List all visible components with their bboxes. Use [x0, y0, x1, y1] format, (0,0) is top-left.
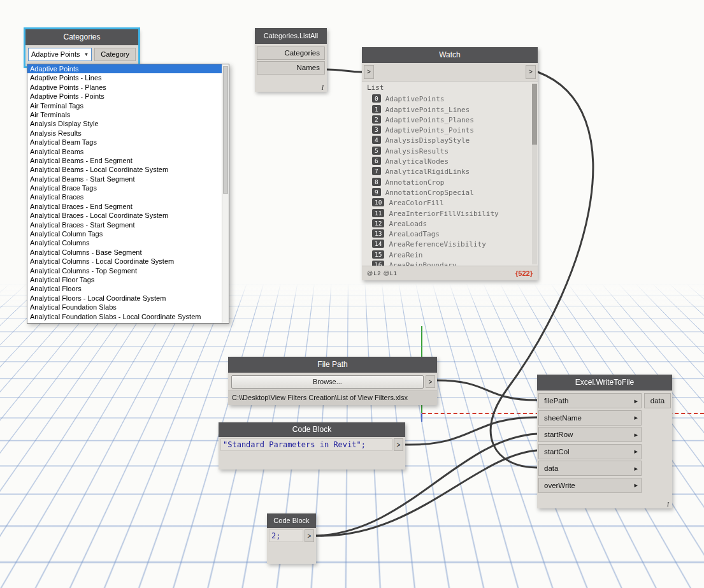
dropdown-option[interactable]: Adaptive Points - Planes [27, 83, 222, 92]
category-dropdown[interactable]: Adaptive Points ▼ [28, 48, 92, 61]
wire-names-to-watch[interactable] [326, 69, 363, 72]
scrollbar-thumb[interactable] [223, 66, 228, 194]
dropdown-option[interactable]: Adaptive Points - Lines [27, 73, 222, 82]
dropdown-option[interactable]: Analytical Foundation Slabs [27, 303, 222, 312]
dropdown-option[interactable]: Analytical Floor Tags [27, 275, 222, 284]
category-dropdown-popup: Adaptive PointsAdaptive Points - LinesAd… [27, 64, 229, 324]
input-port-data[interactable]: data▸ [538, 461, 642, 476]
port-label: sheetName [544, 414, 582, 422]
item-value: AdaptivePoints_Planes [385, 116, 474, 124]
node-categories-listall[interactable]: Categories.ListAll CategoriesNames I [255, 28, 327, 92]
node-title[interactable]: Categories.ListAll [255, 28, 327, 44]
output-port-data[interactable]: data [644, 393, 671, 408]
node-title[interactable]: Code Block [219, 422, 405, 437]
watch-output-port[interactable]: > [526, 65, 536, 79]
node-code-block-text[interactable]: Code Block "Standard Parameters in Revit… [219, 422, 405, 470]
item-value: AnnotationCrop [385, 178, 445, 187]
item-value: AnalysisResults [385, 147, 449, 155]
dynamo-workspace[interactable]: Categories Adaptive Points ▼ Category Ad… [0, 0, 704, 588]
code-block-editor[interactable]: "Standard Parameters in Revit"; [220, 438, 392, 451]
code-block-editor[interactable]: 2; [269, 529, 303, 542]
category-dropdown-list: Adaptive PointsAdaptive Points - LinesAd… [27, 64, 222, 323]
output-port-category[interactable]: Category [94, 48, 136, 61]
output-port-names[interactable]: Names [257, 61, 325, 75]
dropdown-option[interactable]: Analytical Isolated Foundation Tags [27, 321, 222, 323]
dropdown-option[interactable]: Analytical Columns - Local Coordinate Sy… [27, 257, 222, 266]
dropdown-option[interactable]: Adaptive Points [27, 64, 222, 73]
dropdown-option[interactable]: Air Terminals [27, 110, 222, 119]
scrollbar-thumb[interactable] [532, 84, 537, 145]
code-block-output-port[interactable]: > [394, 438, 403, 451]
watch-list-item: 2AdaptivePoints_Planes [362, 114, 538, 124]
dropdown-option[interactable]: Analytical Braces - Start Segment [27, 220, 222, 229]
dropdown-option[interactable]: Analytical Floors - Local Coordinate Sys… [27, 294, 222, 303]
node-watch[interactable]: Watch > > List 0AdaptivePoints1AdaptiveP… [362, 47, 538, 280]
port-arrow-icon: ▸ [634, 447, 638, 455]
lacing-indicator[interactable]: I [322, 84, 324, 91]
watch-list-item: 15AreaRein [362, 249, 538, 259]
item-value: AdaptivePoints_Lines [385, 106, 470, 114]
node-title[interactable]: Code Block [267, 513, 316, 528]
index-badge: 8 [372, 178, 381, 186]
dropdown-option[interactable]: Analytical Beams - Start Segment [27, 175, 222, 183]
file-path-output-port[interactable]: > [426, 375, 435, 388]
dropdown-option[interactable]: Analytical Column Tags [27, 229, 222, 238]
index-badge: 6 [372, 157, 381, 165]
watch-scrollbar[interactable] [532, 83, 537, 264]
index-badge: 14 [372, 240, 384, 248]
dropdown-option[interactable]: Adaptive Points - Points [27, 92, 222, 101]
dropdown-option[interactable]: Analytical Beams - Local Coordinate Syst… [27, 165, 222, 174]
dropdown-option[interactable]: Analytical Brace Tags [27, 183, 222, 192]
item-value: AnalyticalRigidLinks [385, 168, 470, 176]
dropdown-option[interactable]: Analytical Beams - End Segment [27, 156, 222, 165]
list-levels-toggle[interactable]: @L2 @L1 [367, 270, 398, 276]
input-port-sheetName[interactable]: sheetName▸ [538, 410, 642, 426]
watch-list-item: 9AnnotationCropSpecial [362, 187, 538, 197]
watch-input-port[interactable]: > [364, 65, 374, 79]
dropdown-scrollbar[interactable] [222, 64, 229, 323]
dropdown-option[interactable]: Analytical Columns [27, 238, 222, 247]
node-title[interactable]: Excel.WriteToFile [537, 375, 672, 391]
dropdown-option[interactable]: Analytical Foundation Slabs - Local Coor… [27, 312, 222, 321]
dropdown-option[interactable]: Analytical Columns - Base Segment [27, 248, 222, 257]
port-arrow-icon: ▸ [634, 431, 638, 439]
dropdown-option[interactable]: Analysis Display Style [27, 119, 222, 128]
input-port-startCol[interactable]: startCol▸ [538, 444, 642, 459]
dropdown-option[interactable]: Analytical Braces - End Segment [27, 202, 222, 211]
dropdown-value: Adaptive Points [31, 50, 80, 58]
input-port-overWrite[interactable]: overWrite▸ [538, 478, 642, 493]
node-title[interactable]: File Path [228, 357, 437, 373]
index-badge: 16 [372, 261, 384, 266]
wire-filepath-to-filepath[interactable] [437, 380, 537, 400]
node-title[interactable]: Watch [362, 47, 538, 63]
dropdown-option[interactable]: Analytical Braces - Local Coordinate Sys… [27, 211, 222, 220]
dropdown-option[interactable]: Analytical Floors [27, 284, 222, 293]
lacing-indicator[interactable]: I [667, 501, 669, 508]
dropdown-option[interactable]: Analytical Beams [27, 147, 222, 156]
node-excel-writetofile[interactable]: Excel.WriteToFile filePath▸sheetName▸sta… [537, 375, 672, 508]
dropdown-option[interactable]: Analytical Beam Tags [27, 138, 222, 147]
index-badge: 1 [372, 105, 381, 113]
code-block-output-port[interactable]: > [305, 529, 314, 542]
browse-button[interactable]: Browse... [231, 375, 424, 389]
watch-list: List 0AdaptivePoints1AdaptivePoints_Line… [362, 81, 538, 266]
index-badge: 5 [372, 147, 381, 155]
node-categories[interactable]: Categories Adaptive Points ▼ Category [25, 29, 138, 66]
chevron-down-icon: ▼ [83, 52, 89, 57]
wire-codeblock-to-sheetname[interactable] [405, 417, 537, 445]
item-value: AnalysisDisplayStyle [385, 136, 470, 145]
node-file-path[interactable]: File Path Browse... > C:\\Desktop\View F… [228, 357, 437, 405]
watch-list-item: 7AnalyticalRigidLinks [362, 166, 538, 176]
item-value: AreaInteriorFillVisibility [389, 210, 498, 218]
node-code-block-number[interactable]: Code Block 2; > [267, 513, 316, 564]
dropdown-option[interactable]: Analytical Braces [27, 192, 222, 201]
dropdown-option[interactable]: Analysis Results [27, 129, 222, 138]
watch-list-item: 4AnalysisDisplayStyle [362, 134, 538, 145]
output-port-categories[interactable]: Categories [257, 47, 325, 60]
index-badge: 9 [372, 188, 381, 196]
node-title[interactable]: Categories [25, 29, 138, 45]
input-port-filePath[interactable]: filePath▸ [538, 393, 642, 408]
input-port-startRow[interactable]: startRow▸ [538, 427, 642, 442]
dropdown-option[interactable]: Analytical Columns - Top Segment [27, 266, 222, 275]
dropdown-option[interactable]: Air Terminal Tags [27, 101, 222, 110]
